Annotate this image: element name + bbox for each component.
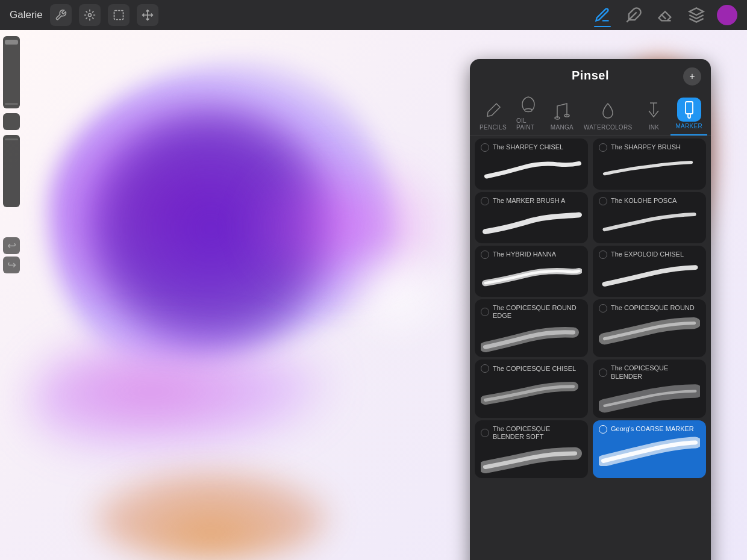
brush-preview	[481, 321, 582, 352]
brush-radio	[599, 143, 607, 152]
brush-hybrid-hanna[interactable]: The HYBRID HANNA	[475, 246, 588, 297]
topbar-left: Galerie	[10, 4, 158, 26]
svg-point-4	[525, 109, 532, 112]
brush-preview	[481, 442, 582, 473]
brush-copicesque-chisel[interactable]: The COPICESQUE CHISEL	[475, 359, 588, 417]
brush-header: Georg's COARSE MARKER	[599, 425, 700, 434]
brush-row-4: The COPICESQUE ROUND EDGE The COPICESQUE…	[475, 299, 706, 357]
layer-opacity-box[interactable]	[3, 113, 20, 130]
brush-radio	[481, 143, 489, 152]
brush-preview	[599, 435, 700, 466]
canvas-area[interactable]: ↩ ↪ Pinsel + PENCILS	[0, 30, 747, 560]
tab-pencils[interactable]: PENCILS	[475, 96, 511, 135]
brush-radio	[599, 369, 607, 377]
brush-header: The COPICESQUE BLENDER	[599, 364, 700, 380]
brush-radio	[481, 308, 489, 316]
brush-sharpey-chisel[interactable]: The SHARPEY CHISEL	[475, 138, 588, 190]
watercolor-icon	[596, 99, 620, 123]
redo-button[interactable]: ↪	[3, 257, 20, 273]
brush-radio	[481, 429, 489, 437]
brush-name: The EXPOLOID CHISEL	[611, 250, 684, 258]
brush-row-5: The COPICESQUE CHISEL The COPICESQUE BLE…	[475, 359, 706, 417]
pencil-tool-button[interactable]	[589, 2, 616, 28]
left-sidebar: ↩ ↪	[0, 30, 23, 560]
brush-preview	[481, 374, 582, 405]
opacity-slider[interactable]	[3, 135, 20, 207]
brush-sharpey-brush[interactable]: The SHARPEY BRUSH	[593, 138, 706, 190]
brush-preview	[599, 153, 700, 184]
category-tabs: PENCILS OIL PAINT	[470, 87, 711, 136]
brush-marker-brush-a[interactable]: The MARKER BRUSH A	[475, 192, 588, 243]
brush-header: The COPICESQUE ROUND	[599, 304, 700, 313]
brush-kolohe-posca[interactable]: The KOLOHE POSCA	[593, 192, 706, 243]
paint-blob-6	[90, 470, 331, 560]
oil-paint-icon	[516, 92, 540, 116]
eraser-tool-button[interactable]	[652, 2, 678, 28]
user-avatar[interactable]	[717, 5, 737, 25]
tab-oil-paint[interactable]: OIL PAINT	[511, 90, 545, 135]
brush-preview	[599, 382, 700, 413]
manga-label: MANGA	[551, 124, 574, 131]
brush-preview	[599, 260, 700, 291]
manga-icon	[550, 99, 574, 123]
tab-ink[interactable]: INK	[637, 96, 670, 135]
brush-header: The EXPOLOID CHISEL	[599, 250, 700, 259]
brush-copicesque-round[interactable]: The COPICESQUE ROUND	[593, 299, 706, 357]
brush-row-2: The MARKER BRUSH A The KOLOHE POSCA	[475, 192, 706, 243]
brush-name: The MARKER BRUSH A	[493, 197, 565, 205]
svg-rect-8	[686, 102, 693, 114]
brush-list: The SHARPEY CHISEL The SHARPEY BRUSH	[470, 136, 711, 560]
brush-copicesque-blender[interactable]: The COPICESQUE BLENDER	[593, 359, 706, 417]
undo-button[interactable]: ↩	[3, 237, 20, 254]
brush-radio	[481, 250, 489, 259]
pinsel-add-button[interactable]: +	[683, 67, 701, 86]
pinsel-title: Pinsel	[572, 69, 609, 82]
layers-button[interactable]	[683, 2, 710, 28]
brush-copicesque-round-edge[interactable]: The COPICESQUE ROUND EDGE	[475, 299, 588, 357]
brush-header: The SHARPEY CHISEL	[481, 143, 582, 152]
svg-marker-3	[689, 8, 703, 15]
brush-name: Georg's COARSE MARKER	[611, 425, 694, 433]
brush-radio	[599, 304, 607, 313]
brush-name: The COPICESQUE CHISEL	[493, 365, 576, 373]
brush-name: The COPICESQUE BLENDER SOFT	[493, 425, 582, 441]
brush-preview	[481, 207, 582, 238]
oil-paint-label: OIL PAINT	[516, 117, 540, 131]
pinsel-header: Pinsel +	[470, 59, 711, 87]
brush-name: The HYBRID HANNA	[493, 250, 556, 258]
ink-label: INK	[649, 124, 660, 131]
brush-preview	[599, 314, 700, 345]
brush-radio	[481, 364, 489, 373]
brush-header: The COPICESQUE BLENDER SOFT	[481, 425, 582, 441]
svg-point-0	[88, 14, 91, 17]
svg-rect-1	[114, 11, 123, 20]
pencils-label: PENCILS	[480, 124, 507, 131]
brush-radio	[481, 197, 489, 205]
brush-preview	[481, 260, 582, 291]
pencils-icon	[481, 99, 505, 123]
wrench-button[interactable]	[50, 4, 72, 26]
brush-preview	[599, 207, 700, 238]
brush-georgs-coarse-marker[interactable]: Georg's COARSE MARKER	[593, 420, 706, 478]
tab-manga[interactable]: MANGA	[545, 96, 579, 135]
adjust-button[interactable]	[79, 4, 101, 26]
brush-expoloid-chisel[interactable]: The EXPOLOID CHISEL	[593, 246, 706, 297]
tab-marker[interactable]: MARKER	[670, 95, 707, 135]
marker-label: MARKER	[675, 123, 702, 129]
brush-copicesque-blender-soft[interactable]: The COPICESQUE BLENDER SOFT	[475, 420, 588, 478]
ink-icon	[642, 99, 666, 123]
topbar-right	[589, 2, 737, 28]
brush-size-slider[interactable]	[3, 36, 20, 108]
tab-watercolor[interactable]: WATERCOLORS	[579, 96, 637, 135]
brush-row-1: The SHARPEY CHISEL The SHARPEY BRUSH	[475, 138, 706, 190]
brush-name: The SHARPEY CHISEL	[493, 143, 563, 151]
brush-radio	[599, 197, 607, 205]
brush-header: The HYBRID HANNA	[481, 250, 582, 259]
brush-header: The MARKER BRUSH A	[481, 197, 582, 205]
smudge-tool-button[interactable]	[620, 2, 647, 28]
brush-header: The SHARPEY BRUSH	[599, 143, 700, 152]
brush-row-6: The COPICESQUE BLENDER SOFT Georg's COAR…	[475, 420, 706, 478]
transform-button[interactable]	[137, 4, 158, 26]
selection-button[interactable]	[108, 4, 130, 26]
gallery-label[interactable]: Galerie	[10, 9, 43, 21]
